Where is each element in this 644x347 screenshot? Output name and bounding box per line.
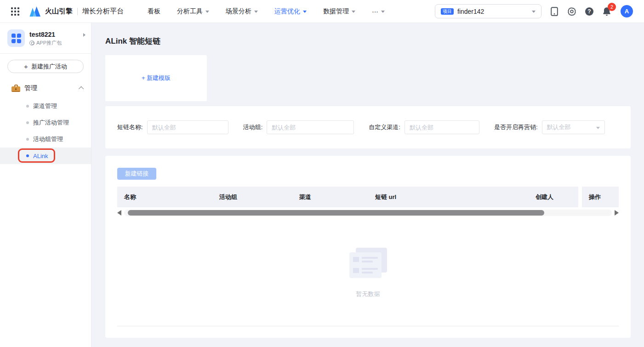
mobile-icon[interactable] xyxy=(550,7,559,16)
sidebar-item-activity-group-management[interactable]: 活动组管理 xyxy=(0,131,91,148)
nav-scene-analysis[interactable]: 场景分析 xyxy=(226,7,258,16)
sidebar-item-alink[interactable]: ALink xyxy=(0,148,91,164)
template-card: + 新建模版 xyxy=(105,55,207,101)
filter-activity-group: 活动组: xyxy=(243,120,354,134)
briefcase-icon xyxy=(11,85,20,92)
scrollbar-track[interactable] xyxy=(124,210,612,216)
empty-state: 暂无数据 xyxy=(105,248,631,298)
filter-bar: 短链名称: 活动组: 自定义渠道: 是否开启再营销: 默认全部 xyxy=(105,106,631,148)
top-nav: 看板 分析工具 场景分析 运营优化 数据管理 ··· xyxy=(148,7,385,16)
col-actions: 操作 xyxy=(582,187,619,207)
empty-data-icon xyxy=(349,248,387,278)
select-value: 默认全部 xyxy=(547,123,571,131)
divider xyxy=(0,53,91,54)
custom-channel-input[interactable] xyxy=(405,120,479,134)
sidebar-section-management[interactable]: 管理 xyxy=(0,78,91,98)
app-header[interactable]: test8221 APP推广包 xyxy=(0,23,91,53)
sidebar-item-campaign-management[interactable]: 推广活动管理 xyxy=(0,114,91,131)
shortlink-name-input[interactable] xyxy=(147,120,228,134)
empty-text: 暂无数据 xyxy=(356,290,380,298)
brand-name: 火山引擎 xyxy=(45,7,73,16)
scroll-left-icon[interactable] xyxy=(117,210,121,216)
nav-analysis-tools[interactable]: 分析工具 xyxy=(177,7,209,16)
horizontal-scrollbar xyxy=(117,208,619,217)
col-creator: 创建人 xyxy=(529,187,578,207)
scroll-right-icon[interactable] xyxy=(615,210,619,216)
col-activity-group: 活动组 xyxy=(212,187,292,207)
section-label: 管理 xyxy=(24,84,37,92)
bell-icon[interactable]: 2 xyxy=(602,7,611,16)
chevron-down-icon xyxy=(303,11,307,13)
filter-remarketing: 是否开启再营销: 默认全部 xyxy=(494,120,605,134)
filter-shortlink-name: 短链名称: xyxy=(117,120,228,134)
main-content: ALink 智能短链 + 新建模版 短链名称: 活动组: 自定义渠道: 是否开启… xyxy=(91,23,644,347)
help-icon[interactable]: ? xyxy=(585,7,594,16)
product-name: 增长分析平台 xyxy=(82,7,124,16)
nav-dashboard[interactable]: 看板 xyxy=(148,7,160,16)
col-shortlink-url: 短链 url xyxy=(368,187,529,207)
app-icon xyxy=(7,29,25,47)
chevron-up-icon xyxy=(79,86,84,91)
app-type-label: APP推广包 xyxy=(36,40,62,46)
topbar-right: 项目 finder142 ? 2 A xyxy=(435,4,633,18)
notification-badge: 2 xyxy=(608,3,616,11)
filter-label: 是否开启再营销: xyxy=(494,123,538,131)
chevron-right-icon[interactable] xyxy=(83,33,85,37)
chevron-down-icon xyxy=(381,11,385,13)
sidebar-item-channel-management[interactable]: 渠道管理 xyxy=(0,98,91,114)
remarketing-select[interactable]: 默认全部 xyxy=(542,120,605,134)
page-title: ALink 智能短链 xyxy=(105,36,160,46)
chevron-down-icon xyxy=(352,11,355,13)
chevron-down-icon xyxy=(532,11,536,13)
project-selector[interactable]: 项目 finder142 xyxy=(435,4,541,18)
nav-more[interactable]: ··· xyxy=(372,8,385,15)
bullet-icon xyxy=(26,121,29,124)
nav-operation-optimization[interactable]: 运营优化 xyxy=(274,7,307,16)
fixed-column-gap xyxy=(578,187,582,207)
table-header: 名称 活动组 渠道 短链 url 创建人 操作 xyxy=(117,187,619,207)
new-template-button[interactable]: + 新建模版 xyxy=(142,74,171,82)
filter-label: 自定义渠道: xyxy=(369,123,400,131)
new-link-button[interactable]: 新建链接 xyxy=(117,168,156,180)
table-card: 新建链接 名称 活动组 渠道 短链 url 创建人 操作 xyxy=(105,156,631,338)
avatar[interactable]: A xyxy=(621,5,633,17)
scrollbar-thumb[interactable] xyxy=(128,210,544,216)
filter-label: 活动组: xyxy=(243,123,263,131)
top-bar: 火山引擎 增长分析平台 看板 分析工具 场景分析 运营优化 数据管理 ··· 项… xyxy=(0,0,644,23)
svg-text:?: ? xyxy=(587,8,591,15)
apps-grid-icon[interactable] xyxy=(11,7,19,16)
activity-group-input[interactable] xyxy=(267,120,354,134)
project-badge: 项目 xyxy=(441,8,454,15)
chevron-down-icon xyxy=(254,11,258,13)
bullet-icon xyxy=(26,105,29,108)
chevron-down-icon xyxy=(596,127,600,129)
project-name: finder142 xyxy=(457,8,484,15)
new-campaign-button[interactable]: + 新建推广活动 xyxy=(7,60,84,73)
chevron-down-icon xyxy=(205,11,209,13)
sidebar: test8221 APP推广包 + 新建推广活动 管理 渠道管理 推广活动管理 … xyxy=(0,23,91,347)
bullet-icon xyxy=(26,138,29,141)
new-campaign-label: 新建推广活动 xyxy=(31,63,67,71)
nav-data-management[interactable]: 数据管理 xyxy=(323,7,355,16)
filter-label: 短链名称: xyxy=(117,123,143,131)
volcano-logo xyxy=(29,6,40,17)
app-package-icon xyxy=(29,40,34,46)
col-name: 名称 xyxy=(117,187,212,207)
app-name: test8221 xyxy=(29,30,62,39)
brand-divider xyxy=(77,8,78,15)
table-bottom-border xyxy=(117,326,619,326)
gear-icon[interactable] xyxy=(567,7,576,16)
filter-custom-channel: 自定义渠道: xyxy=(369,120,479,134)
plus-icon: + xyxy=(24,63,28,70)
col-channel: 渠道 xyxy=(292,187,368,207)
bullet-icon xyxy=(26,154,29,157)
